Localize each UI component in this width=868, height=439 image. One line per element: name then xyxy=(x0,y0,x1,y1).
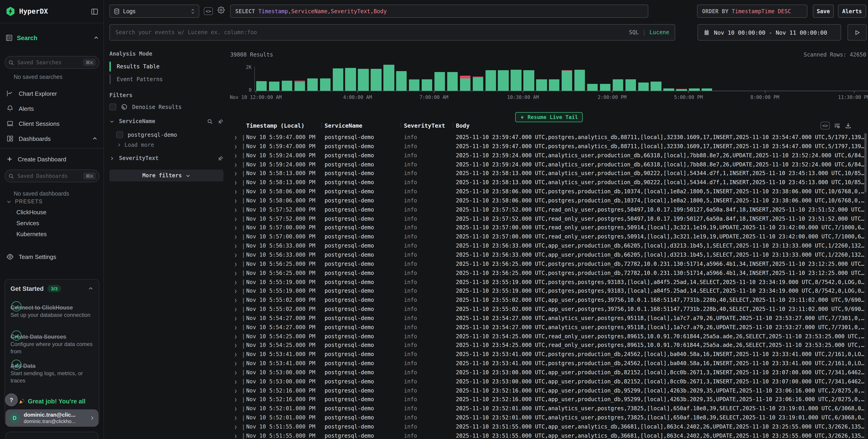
get-started-step[interactable]: Create Data SourcesConfigure where your … xyxy=(10,327,94,355)
table-row[interactable]: ❯Nov 10 5:51:55.000 PMpostgresql-demoinf… xyxy=(230,432,868,439)
histogram-bar[interactable] xyxy=(383,65,394,91)
filter-group-severitytext[interactable]: SeverityText xyxy=(110,155,223,161)
col-header-severitytext[interactable]: SeverityText xyxy=(404,122,445,129)
save-button[interactable]: Save xyxy=(813,5,834,18)
col-header-servicename[interactable]: ServiceName xyxy=(324,122,363,129)
histogram-bar[interactable] xyxy=(358,69,369,91)
table-row[interactable]: ❯Nov 10 5:54:27.000 PMpostgresql-demoinf… xyxy=(230,314,868,323)
row-expand-chevron-icon[interactable]: ❯ xyxy=(234,206,241,215)
row-expand-chevron-icon[interactable]: ❯ xyxy=(234,133,241,142)
table-row[interactable]: ❯Nov 10 5:56:25.000 PMpostgresql-demoinf… xyxy=(230,269,868,278)
table-scrollbar[interactable] xyxy=(864,133,867,439)
events-histogram[interactable]: 2K0Nov 10 12:00:00 AM4:00:00 AM7:00:00 A… xyxy=(230,59,868,98)
table-row[interactable]: ❯Nov 10 5:52:16.000 PMpostgresql-demoinf… xyxy=(230,396,868,405)
row-expand-chevron-icon[interactable]: ❯ xyxy=(234,151,241,160)
row-expand-chevron-icon[interactable]: ❯ xyxy=(234,196,241,206)
sidebar-section-search[interactable]: Search xyxy=(5,34,99,41)
table-row[interactable]: ❯Nov 10 5:54:25.000 PMpostgresql-demoinf… xyxy=(230,332,868,341)
run-query-button[interactable] xyxy=(847,24,867,40)
histogram-bar[interactable] xyxy=(345,68,356,91)
table-row[interactable]: ❯Nov 10 5:56:33.000 PMpostgresql-demoinf… xyxy=(230,242,868,251)
table-row[interactable]: ❯Nov 10 5:53:00.000 PMpostgresql-demoinf… xyxy=(230,377,868,386)
table-row[interactable]: ❯Nov 10 5:59:24.000 PMpostgresql-demoinf… xyxy=(230,151,868,160)
col-header-timestamp[interactable]: Timestamp (Local) xyxy=(246,122,305,129)
lucene-search-input[interactable]: Search your events w/ Lucene ex. column:… xyxy=(110,24,675,40)
select-query-editor[interactable]: SELECT Timestamp,ServiceName,SeverityTex… xyxy=(230,5,648,18)
table-row[interactable]: ❯Nov 10 5:57:52.000 PMpostgresql-demoinf… xyxy=(230,215,868,224)
chevron-up-icon[interactable] xyxy=(88,286,93,291)
row-expand-chevron-icon[interactable]: ❯ xyxy=(234,405,241,414)
histogram-bar[interactable] xyxy=(511,70,522,91)
sql-toggle[interactable]: SQL xyxy=(629,29,639,36)
row-expand-chevron-icon[interactable]: ❯ xyxy=(234,341,241,350)
table-row[interactable]: ❯Nov 10 5:57:00.000 PMpostgresql-demoinf… xyxy=(230,233,868,242)
row-expand-chevron-icon[interactable]: ❯ xyxy=(234,305,241,314)
table-row[interactable]: ❯Nov 10 5:51:55.000 PMpostgresql-demoinf… xyxy=(230,422,868,432)
histogram-bar[interactable] xyxy=(320,79,331,91)
row-expand-chevron-icon[interactable]: ❯ xyxy=(234,332,241,341)
row-expand-chevron-icon[interactable]: ❯ xyxy=(234,413,241,422)
histogram-bar[interactable] xyxy=(575,70,585,91)
column-resize-handle[interactable]: ⋮ xyxy=(398,122,403,128)
team-settings-item[interactable]: Team Settings xyxy=(0,250,104,263)
row-expand-chevron-icon[interactable]: ❯ xyxy=(234,269,241,278)
row-expand-chevron-icon[interactable]: ❯ xyxy=(234,377,241,386)
histogram-bar[interactable] xyxy=(663,88,674,91)
row-expand-chevron-icon[interactable]: ❯ xyxy=(234,251,241,260)
histogram-bar[interactable] xyxy=(689,88,700,91)
table-row[interactable]: ❯Nov 10 5:55:19.000 PMpostgresql-demoinf… xyxy=(230,287,868,296)
download-icon[interactable] xyxy=(845,122,851,129)
row-expand-chevron-icon[interactable]: ❯ xyxy=(234,233,241,242)
histogram-bar[interactable] xyxy=(485,70,496,91)
histogram-bar[interactable] xyxy=(613,79,623,91)
source-settings-gear-icon[interactable] xyxy=(217,6,225,14)
row-expand-chevron-icon[interactable]: ❯ xyxy=(234,368,241,377)
histogram-bar[interactable] xyxy=(638,83,649,91)
query-language-toggle[interactable]: SQL | Lucene xyxy=(629,29,669,36)
histogram-bar[interactable] xyxy=(651,82,661,91)
row-expand-chevron-icon[interactable]: ❯ xyxy=(234,169,241,179)
histogram-bar[interactable] xyxy=(371,69,381,91)
table-row[interactable]: ❯Nov 10 5:56:33.000 PMpostgresql-demoinf… xyxy=(230,251,868,260)
histogram-bar[interactable] xyxy=(307,79,318,91)
get-started-step[interactable]: Add DataStart sending logs, metrics, or … xyxy=(10,356,94,384)
presets-header[interactable]: PRESETS xyxy=(6,199,43,204)
table-row[interactable]: ❯Nov 10 5:56:25.000 PMpostgresql-demoinf… xyxy=(230,260,868,269)
histogram-bar[interactable] xyxy=(447,72,458,91)
row-expand-chevron-icon[interactable]: ❯ xyxy=(234,142,241,151)
histogram-bar[interactable] xyxy=(524,70,534,91)
column-resize-handle[interactable]: ⋮ xyxy=(319,122,324,128)
row-expand-chevron-icon[interactable]: ❯ xyxy=(234,314,241,323)
table-row[interactable]: ❯Nov 10 5:58:13.000 PMpostgresql-demoinf… xyxy=(230,178,868,187)
table-row[interactable]: ❯Nov 10 5:53:41.000 PMpostgresql-demoinf… xyxy=(230,350,868,359)
row-expand-chevron-icon[interactable]: ❯ xyxy=(234,242,241,251)
row-expand-chevron-icon[interactable]: ❯ xyxy=(234,422,241,432)
wrap-lines-icon[interactable] xyxy=(834,122,841,129)
sidebar-item-client-sessions[interactable]: Client Sessions xyxy=(0,117,104,130)
row-expand-chevron-icon[interactable]: ❯ xyxy=(234,260,241,269)
analysis-mode-event-patterns[interactable]: Event Patterns xyxy=(110,74,223,85)
table-row[interactable]: ❯Nov 10 5:52:01.000 PMpostgresql-demoinf… xyxy=(230,405,868,414)
table-row[interactable]: ❯Nov 10 5:52:01.000 PMpostgresql-demoinf… xyxy=(230,413,868,422)
preset-item-services[interactable]: Services xyxy=(17,220,39,226)
histogram-bar[interactable] xyxy=(600,84,611,91)
histogram-bar[interactable] xyxy=(409,79,420,91)
histogram-bar[interactable] xyxy=(676,89,687,91)
pin-icon[interactable] xyxy=(217,155,223,161)
help-button[interactable]: ? xyxy=(5,394,18,406)
table-row[interactable]: ❯Nov 10 5:57:52.000 PMpostgresql-demoinf… xyxy=(230,206,868,215)
order-by-editor[interactable]: ORDER BY TimestampTime DESC xyxy=(697,5,807,18)
row-expand-chevron-icon[interactable]: ❯ xyxy=(234,323,241,332)
row-expand-chevron-icon[interactable]: ❯ xyxy=(234,215,241,224)
row-expand-chevron-icon[interactable]: ❯ xyxy=(234,350,241,359)
histogram-bar[interactable] xyxy=(587,84,598,91)
histogram-bar[interactable] xyxy=(625,79,636,91)
sql-mode-icon[interactable]: <> xyxy=(204,7,213,15)
column-resize-handle[interactable]: ⋮ xyxy=(451,122,456,128)
denoise-checkbox[interactable] xyxy=(110,103,116,110)
table-row[interactable]: ❯Nov 10 5:58:06.000 PMpostgresql-demoinf… xyxy=(230,196,868,206)
histogram-bar[interactable] xyxy=(498,70,509,91)
row-expand-chevron-icon[interactable]: ❯ xyxy=(234,278,241,287)
row-expand-chevron-icon[interactable]: ❯ xyxy=(234,178,241,187)
row-expand-chevron-icon[interactable]: ❯ xyxy=(234,187,241,196)
